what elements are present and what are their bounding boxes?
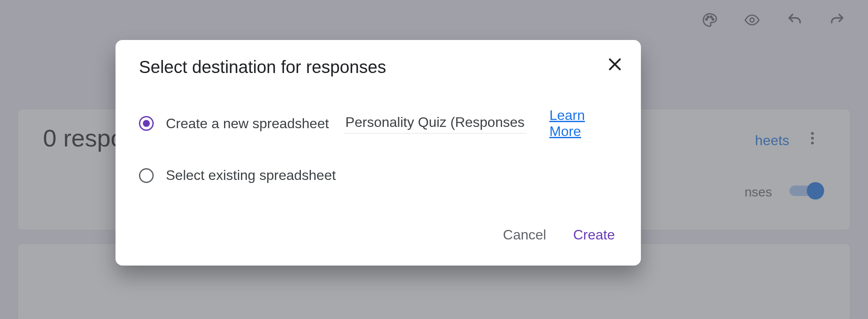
- radio-select-existing[interactable]: [139, 168, 154, 183]
- create-button[interactable]: Create: [571, 225, 617, 245]
- cancel-button[interactable]: Cancel: [500, 225, 549, 245]
- option-create-label: Create a new spreadsheet: [166, 116, 329, 132]
- dialog-actions: Cancel Create: [139, 225, 617, 245]
- spreadsheet-name-input[interactable]: [343, 113, 527, 133]
- option-existing-label: Select existing spreadsheet: [166, 167, 336, 183]
- option-create-new[interactable]: Create a new spreadsheet Learn More: [139, 107, 617, 140]
- select-destination-dialog: Select destination for responses Create …: [116, 40, 641, 266]
- radio-create-new[interactable]: [139, 116, 154, 131]
- dialog-title: Select destination for responses: [139, 57, 617, 77]
- option-select-existing[interactable]: Select existing spreadsheet: [139, 167, 617, 183]
- close-icon[interactable]: [606, 56, 624, 73]
- learn-more-link[interactable]: Learn More: [549, 107, 617, 140]
